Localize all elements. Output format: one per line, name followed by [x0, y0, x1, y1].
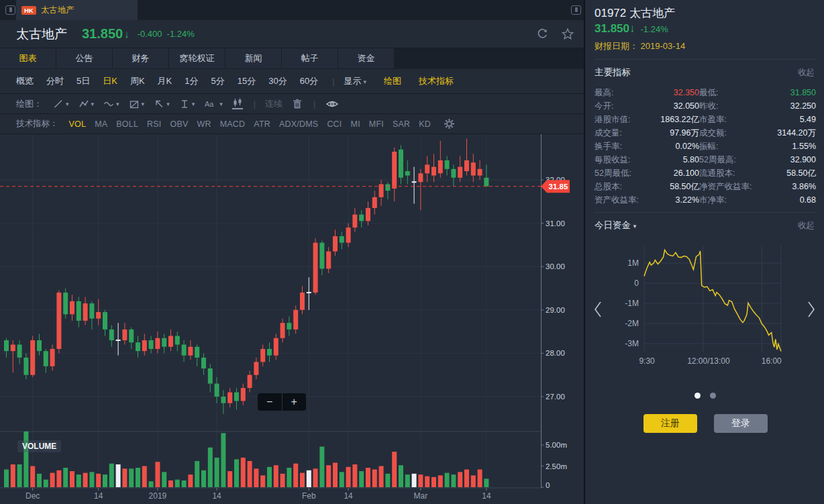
drawing-toolbar: 绘图： ▾ ▾ ▾ ▾ ▾ ▾ Aa▾: [0, 94, 584, 114]
measure-tool-icon[interactable]: ▾: [179, 99, 195, 109]
continuous-draw-toggle[interactable]: 连续: [265, 98, 282, 110]
svg-text:9:30: 9:30: [639, 356, 655, 366]
carousel-dot-active[interactable]: [694, 393, 701, 399]
indicator-item-OBV[interactable]: OBV: [170, 119, 188, 129]
indicator-label: 净资产收益率:: [699, 181, 766, 193]
period-tab-月K[interactable]: 月K: [158, 75, 172, 87]
chevron-down-icon[interactable]: ▾: [633, 223, 637, 230]
svg-text:2.50m: 2.50m: [546, 462, 567, 470]
main-tab-图表[interactable]: 图表: [0, 48, 56, 68]
tech-indicator-toggle[interactable]: 技术指标: [419, 75, 454, 87]
zoom-out-button[interactable]: −: [258, 393, 282, 411]
indicator-table-row: 总股本:58.50亿净资产收益率:3.86%: [595, 180, 816, 193]
period-tab-60分[interactable]: 60分: [300, 75, 318, 87]
gann-tool-icon[interactable]: ▾: [129, 99, 145, 109]
arrow-tool-icon[interactable]: ▾: [154, 99, 170, 109]
indicator-item-RSI[interactable]: RSI: [147, 119, 161, 129]
money-flow-collapse-link[interactable]: 收起: [798, 220, 815, 232]
carousel-dot[interactable]: [710, 393, 716, 399]
period-tab-5日[interactable]: 5日: [76, 75, 90, 87]
svg-text:1M: 1M: [627, 258, 639, 268]
candlestick-chart[interactable]: 32.0031.0030.0029.0028.0027.005.00m2.50m…: [0, 134, 584, 504]
main-tab-资金[interactable]: 资金: [338, 48, 394, 68]
stock-change: -0.400: [138, 29, 162, 39]
register-button[interactable]: 注册: [643, 414, 697, 433]
indicator-value: 26.100: [651, 168, 699, 178]
draw-toggle[interactable]: 绘图: [384, 75, 401, 87]
indicator-table-row: 今开:32.050昨收:32.250: [595, 99, 816, 113]
main-tab-帖子[interactable]: 帖子: [282, 48, 338, 68]
period-tab-分时[interactable]: 分时: [46, 75, 64, 87]
svg-text:-3M: -3M: [625, 339, 639, 348]
svg-text:30.00: 30.00: [546, 262, 565, 270]
indicator-value: 0.68: [766, 195, 816, 205]
svg-text:Aa: Aa: [205, 100, 214, 108]
indicator-item-CCI[interactable]: CCI: [327, 119, 342, 129]
stock-name: 太古地产: [16, 26, 67, 43]
pattern-tool-icon[interactable]: [232, 98, 243, 109]
login-button[interactable]: 登录: [714, 414, 768, 433]
panel-toggle-left-icon[interactable]: [5, 5, 15, 15]
svg-text:27.00: 27.00: [546, 393, 565, 401]
line-tool-icon[interactable]: ▾: [53, 99, 69, 109]
toolbar-divider: |: [332, 77, 334, 87]
panel-toggle-right-icon[interactable]: [571, 5, 581, 15]
period-tab-1分[interactable]: 1分: [185, 75, 198, 87]
candlestick-chart-canvas[interactable]: 32.0031.0030.0029.0028.0027.005.00m2.50m…: [0, 134, 584, 504]
eye-icon[interactable]: [325, 99, 339, 109]
wave-tool-icon[interactable]: ▾: [103, 99, 119, 109]
indicator-item-WR[interactable]: WR: [197, 119, 211, 129]
indicator-item-BOLL[interactable]: BOLL: [116, 119, 138, 129]
chevron-down-icon: ▾: [364, 79, 367, 85]
main-tab-窝轮权证[interactable]: 窝轮权证: [169, 48, 225, 68]
carousel-prev-arrow[interactable]: [593, 301, 603, 321]
period-tab-概览[interactable]: 概览: [16, 75, 34, 87]
zoom-in-button[interactable]: +: [282, 393, 307, 411]
main-tab-财务[interactable]: 财务: [113, 48, 168, 68]
indicator-toolbar-label: 技术指标：: [16, 118, 58, 130]
svg-text:28.00: 28.00: [546, 349, 565, 357]
indicator-item-MFI[interactable]: MFI: [369, 119, 384, 129]
indicator-item-ADX/DMS[interactable]: ADX/DMS: [279, 119, 318, 129]
period-tab-30分[interactable]: 30分: [268, 75, 287, 87]
refresh-icon[interactable]: [536, 28, 549, 43]
indicator-item-ATR[interactable]: ATR: [254, 119, 270, 129]
indicator-item-MA[interactable]: MA: [95, 119, 107, 129]
panel-stock-price: 31.850↓-1.24%: [595, 22, 668, 36]
svg-text:14: 14: [482, 491, 491, 501]
indicator-label: 流通股本:: [699, 168, 766, 179]
main-tab-公告[interactable]: 公告: [56, 48, 112, 68]
main-tab-新闻[interactable]: 新闻: [225, 48, 281, 68]
indicator-items: VOLMABOLLRSIOBVWRMACDATRADX/DMSCCIMIMFIS…: [69, 119, 440, 129]
period-tab-15分[interactable]: 15分: [238, 75, 256, 87]
gear-icon[interactable]: [444, 118, 455, 130]
display-dropdown[interactable]: 显示▾: [344, 75, 367, 87]
indicator-value: 1863.22亿: [651, 114, 699, 125]
indicator-label: 振幅:: [699, 141, 766, 152]
indicator-item-VOL[interactable]: VOL: [69, 119, 87, 129]
indicators-collapse-link[interactable]: 收起: [798, 67, 815, 79]
indicator-item-MACD[interactable]: MACD: [220, 119, 246, 129]
period-tab-日K[interactable]: 日K: [103, 75, 117, 87]
polyline-tool-icon[interactable]: ▾: [79, 99, 95, 109]
text-tool-icon[interactable]: Aa▾: [204, 99, 223, 109]
indicator-value: 97.96万: [651, 128, 699, 139]
stock-header: 太古地产 31.850 ↓ -0.400 -1.24%: [0, 20, 584, 48]
period-tab-5分[interactable]: 5分: [211, 75, 224, 87]
stock-tab[interactable]: HK 太古地产: [16, 0, 138, 20]
chevron-down-icon: ▾: [166, 101, 170, 107]
svg-text:0: 0: [546, 481, 550, 489]
trash-icon[interactable]: [292, 99, 303, 109]
indicator-table-row: 每股收益:5.8052周最高:32.900: [595, 153, 816, 166]
toolbar-divider: |: [254, 99, 256, 109]
chevron-down-icon: ▾: [142, 101, 145, 107]
price-down-arrow-icon: ↓: [629, 22, 635, 35]
indicator-label: 换手率:: [595, 141, 651, 152]
indicator-item-SAR[interactable]: SAR: [393, 119, 410, 129]
favorite-star-icon[interactable]: [561, 28, 574, 44]
period-tab-周K[interactable]: 周K: [130, 75, 145, 87]
indicator-toolbar: 技术指标： VOLMABOLLRSIOBVWRMACDATRADX/DMSCCI…: [0, 114, 584, 134]
carousel-next-arrow[interactable]: [807, 301, 816, 321]
indicator-item-KD[interactable]: KD: [419, 119, 431, 129]
indicator-item-MI[interactable]: MI: [351, 119, 360, 129]
